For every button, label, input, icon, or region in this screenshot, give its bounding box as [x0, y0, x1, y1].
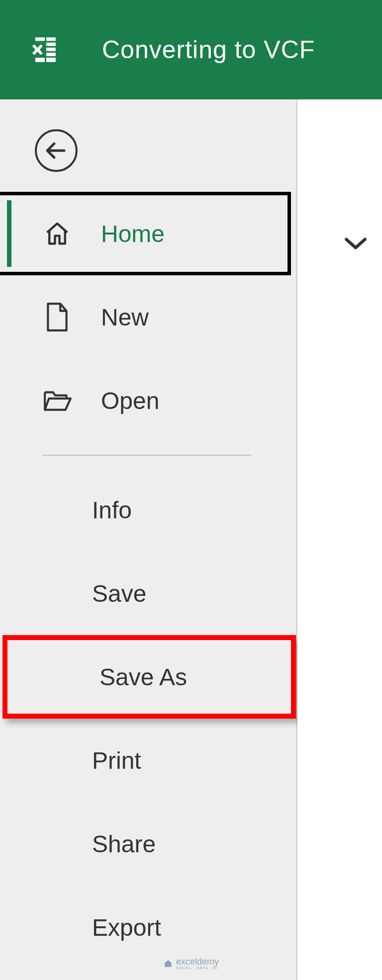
menu-item-info[interactable]: Info — [0, 468, 296, 552]
menu-label-share: Share — [92, 830, 156, 858]
chevron-down-icon — [343, 236, 368, 251]
watermark: exceldemy EXCEL · DATA · BI — [163, 957, 219, 970]
right-panel — [297, 99, 382, 980]
folder-open-icon — [42, 386, 72, 415]
titlebar: Converting to VCF — [0, 0, 382, 99]
menu-label-open: Open — [101, 387, 159, 414]
menu-item-new[interactable]: New — [0, 275, 296, 359]
menu-item-share[interactable]: Share — [0, 802, 296, 886]
back-button[interactable] — [35, 129, 78, 172]
file-menu-sidebar: Home New Open Info Save — [0, 99, 297, 980]
content-area: Home New Open Info Save — [0, 99, 382, 980]
menu-label-print: Print — [92, 747, 141, 774]
menu-label-export: Export — [92, 914, 161, 941]
home-icon — [42, 219, 72, 248]
menu-item-export[interactable]: Export — [0, 886, 296, 969]
menu-label-save-as: Save As — [99, 663, 187, 691]
menu-item-print[interactable]: Print — [0, 719, 296, 802]
menu-item-save[interactable]: Save — [0, 552, 296, 635]
menu-divider — [42, 455, 251, 456]
menu-item-save-as[interactable]: Save As — [2, 635, 296, 719]
menu-label-home: Home — [101, 220, 165, 247]
watermark-icon — [163, 959, 173, 969]
expand-chevron[interactable] — [343, 236, 368, 253]
excel-logo-icon — [27, 32, 62, 67]
menu-item-open[interactable]: Open — [0, 359, 296, 442]
menu-label-new: New — [101, 304, 149, 331]
document-title: Converting to VCF — [102, 35, 315, 64]
menu-label-info: Info — [92, 496, 132, 524]
arrow-left-icon — [44, 139, 68, 163]
watermark-brand: exceldemy — [176, 957, 219, 966]
menu-item-home[interactable]: Home — [0, 192, 291, 275]
menu-label-save: Save — [92, 580, 146, 607]
watermark-tagline: EXCEL · DATA · BI — [176, 966, 219, 970]
document-icon — [42, 302, 72, 332]
